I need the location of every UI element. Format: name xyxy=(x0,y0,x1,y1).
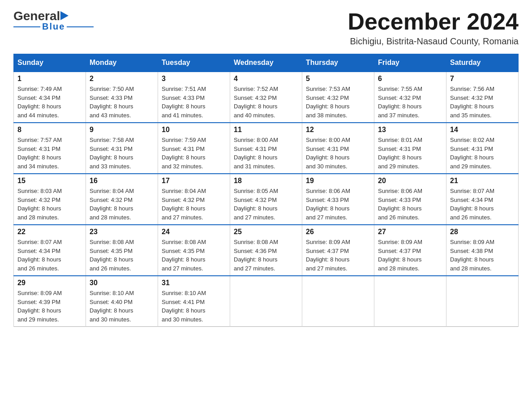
day-cell-13: 13 Sunrise: 8:01 AM Sunset: 4:31 PM Dayl… xyxy=(374,123,446,174)
day-info: Sunrise: 7:55 AM Sunset: 4:32 PM Dayligh… xyxy=(378,86,422,119)
day-number: 8 xyxy=(17,126,82,134)
day-cell-26: 26 Sunrise: 8:09 AM Sunset: 4:37 PM Dayl… xyxy=(302,225,374,276)
day-number: 10 xyxy=(162,126,226,134)
title-area: December 2024 Bichigiu, Bistrita-Nasaud … xyxy=(348,9,519,47)
day-number: 23 xyxy=(90,228,154,236)
day-cell-21: 21 Sunrise: 8:07 AM Sunset: 4:34 PM Dayl… xyxy=(446,174,519,225)
day-number: 29 xyxy=(17,279,82,287)
day-info: Sunrise: 8:09 AM Sunset: 4:37 PM Dayligh… xyxy=(378,239,422,272)
day-number: 6 xyxy=(378,75,442,83)
day-number: 28 xyxy=(450,228,515,236)
day-number: 9 xyxy=(90,126,154,134)
day-info: Sunrise: 7:53 AM Sunset: 4:32 PM Dayligh… xyxy=(306,86,350,119)
day-info: Sunrise: 8:06 AM Sunset: 4:33 PM Dayligh… xyxy=(378,188,422,221)
month-title: December 2024 xyxy=(348,9,519,34)
day-number: 25 xyxy=(234,228,298,236)
day-cell-12: 12 Sunrise: 8:00 AM Sunset: 4:31 PM Dayl… xyxy=(302,123,374,174)
header-thursday: Thursday xyxy=(302,54,374,72)
week-row-5: 29 Sunrise: 8:09 AM Sunset: 4:39 PM Dayl… xyxy=(14,276,519,327)
day-cell-16: 16 Sunrise: 8:04 AM Sunset: 4:32 PM Dayl… xyxy=(86,174,158,225)
day-info: Sunrise: 8:08 AM Sunset: 4:36 PM Dayligh… xyxy=(234,239,278,272)
day-number: 15 xyxy=(17,177,82,185)
day-number: 3 xyxy=(162,75,226,83)
day-cell-1: 1 Sunrise: 7:49 AM Sunset: 4:34 PM Dayli… xyxy=(14,72,86,123)
day-info: Sunrise: 7:58 AM Sunset: 4:31 PM Dayligh… xyxy=(90,137,134,170)
day-cell-5: 5 Sunrise: 7:53 AM Sunset: 4:32 PM Dayli… xyxy=(302,72,374,123)
day-info: Sunrise: 8:00 AM Sunset: 4:31 PM Dayligh… xyxy=(234,137,278,170)
day-info: Sunrise: 8:03 AM Sunset: 4:32 PM Dayligh… xyxy=(17,188,62,221)
day-info: Sunrise: 7:56 AM Sunset: 4:32 PM Dayligh… xyxy=(450,86,494,119)
day-cell-2: 2 Sunrise: 7:50 AM Sunset: 4:33 PM Dayli… xyxy=(86,72,158,123)
day-cell-15: 15 Sunrise: 8:03 AM Sunset: 4:32 PM Dayl… xyxy=(14,174,86,225)
day-number: 13 xyxy=(378,126,442,134)
day-number: 11 xyxy=(234,126,298,134)
day-cell-17: 17 Sunrise: 8:04 AM Sunset: 4:32 PM Dayl… xyxy=(158,174,230,225)
day-number: 5 xyxy=(306,75,370,83)
day-number: 2 xyxy=(90,75,154,83)
day-info: Sunrise: 8:05 AM Sunset: 4:32 PM Dayligh… xyxy=(234,188,278,221)
day-info: Sunrise: 8:06 AM Sunset: 4:33 PM Dayligh… xyxy=(306,188,350,221)
day-info: Sunrise: 8:09 AM Sunset: 4:37 PM Dayligh… xyxy=(306,239,350,272)
week-row-2: 8 Sunrise: 7:57 AM Sunset: 4:31 PM Dayli… xyxy=(14,123,519,174)
day-info: Sunrise: 8:07 AM Sunset: 4:34 PM Dayligh… xyxy=(17,239,62,272)
day-number: 24 xyxy=(162,228,226,236)
day-cell-25: 25 Sunrise: 8:08 AM Sunset: 4:36 PM Dayl… xyxy=(230,225,302,276)
empty-cell xyxy=(230,276,302,327)
header-tuesday: Tuesday xyxy=(158,54,230,72)
day-info: Sunrise: 7:49 AM Sunset: 4:34 PM Dayligh… xyxy=(17,86,62,119)
day-info: Sunrise: 8:02 AM Sunset: 4:31 PM Dayligh… xyxy=(450,137,494,170)
day-number: 4 xyxy=(234,75,298,83)
day-info: Sunrise: 7:51 AM Sunset: 4:33 PM Dayligh… xyxy=(162,86,206,119)
day-cell-9: 9 Sunrise: 7:58 AM Sunset: 4:31 PM Dayli… xyxy=(86,123,158,174)
empty-cell xyxy=(374,276,446,327)
day-info: Sunrise: 7:50 AM Sunset: 4:33 PM Dayligh… xyxy=(90,86,134,119)
day-number: 30 xyxy=(90,279,154,287)
day-info: Sunrise: 8:10 AM Sunset: 4:41 PM Dayligh… xyxy=(162,290,206,323)
day-info: Sunrise: 8:00 AM Sunset: 4:31 PM Dayligh… xyxy=(306,137,350,170)
day-number: 14 xyxy=(450,126,515,134)
header-friday: Friday xyxy=(374,54,446,72)
day-number: 19 xyxy=(306,177,370,185)
day-number: 12 xyxy=(306,126,370,134)
day-number: 22 xyxy=(17,228,82,236)
day-cell-4: 4 Sunrise: 7:52 AM Sunset: 4:32 PM Dayli… xyxy=(230,72,302,123)
day-cell-14: 14 Sunrise: 8:02 AM Sunset: 4:31 PM Dayl… xyxy=(446,123,519,174)
day-number: 17 xyxy=(162,177,226,185)
day-cell-31: 31 Sunrise: 8:10 AM Sunset: 4:41 PM Dayl… xyxy=(158,276,230,327)
logo-blue-text: Blue xyxy=(42,21,65,32)
day-cell-23: 23 Sunrise: 8:08 AM Sunset: 4:35 PM Dayl… xyxy=(86,225,158,276)
day-number: 20 xyxy=(378,177,442,185)
day-info: Sunrise: 8:07 AM Sunset: 4:34 PM Dayligh… xyxy=(450,188,494,221)
day-number: 27 xyxy=(378,228,442,236)
header-sunday: Sunday xyxy=(14,54,86,72)
day-info: Sunrise: 7:59 AM Sunset: 4:31 PM Dayligh… xyxy=(162,137,206,170)
header-wednesday: Wednesday xyxy=(230,54,302,72)
day-info: Sunrise: 8:04 AM Sunset: 4:32 PM Dayligh… xyxy=(162,188,206,221)
day-info: Sunrise: 8:08 AM Sunset: 4:35 PM Dayligh… xyxy=(90,239,134,272)
day-number: 18 xyxy=(234,177,298,185)
week-row-1: 1 Sunrise: 7:49 AM Sunset: 4:34 PM Dayli… xyxy=(14,72,519,123)
day-cell-30: 30 Sunrise: 8:10 AM Sunset: 4:40 PM Dayl… xyxy=(86,276,158,327)
logo: General Blue xyxy=(13,9,94,32)
day-cell-22: 22 Sunrise: 8:07 AM Sunset: 4:34 PM Dayl… xyxy=(14,225,86,276)
day-info: Sunrise: 7:52 AM Sunset: 4:32 PM Dayligh… xyxy=(234,86,278,119)
day-number: 26 xyxy=(306,228,370,236)
day-info: Sunrise: 7:57 AM Sunset: 4:31 PM Dayligh… xyxy=(17,137,62,170)
day-info: Sunrise: 8:10 AM Sunset: 4:40 PM Dayligh… xyxy=(90,290,134,323)
day-info: Sunrise: 8:09 AM Sunset: 4:39 PM Dayligh… xyxy=(17,290,62,323)
empty-cell xyxy=(302,276,374,327)
day-number: 1 xyxy=(17,75,82,83)
day-info: Sunrise: 8:09 AM Sunset: 4:38 PM Dayligh… xyxy=(450,239,494,272)
day-header-row: Sunday Monday Tuesday Wednesday Thursday… xyxy=(14,54,519,72)
day-cell-29: 29 Sunrise: 8:09 AM Sunset: 4:39 PM Dayl… xyxy=(14,276,86,327)
day-cell-27: 27 Sunrise: 8:09 AM Sunset: 4:37 PM Dayl… xyxy=(374,225,446,276)
day-number: 16 xyxy=(90,177,154,185)
day-cell-7: 7 Sunrise: 7:56 AM Sunset: 4:32 PM Dayli… xyxy=(446,72,519,123)
day-cell-19: 19 Sunrise: 8:06 AM Sunset: 4:33 PM Dayl… xyxy=(302,174,374,225)
day-cell-20: 20 Sunrise: 8:06 AM Sunset: 4:33 PM Dayl… xyxy=(374,174,446,225)
svg-marker-0 xyxy=(60,11,69,20)
location-subtitle: Bichigiu, Bistrita-Nasaud County, Romani… xyxy=(348,36,519,47)
day-cell-3: 3 Sunrise: 7:51 AM Sunset: 4:33 PM Dayli… xyxy=(158,72,230,123)
day-cell-24: 24 Sunrise: 8:08 AM Sunset: 4:35 PM Dayl… xyxy=(158,225,230,276)
day-info: Sunrise: 8:01 AM Sunset: 4:31 PM Dayligh… xyxy=(378,137,422,170)
